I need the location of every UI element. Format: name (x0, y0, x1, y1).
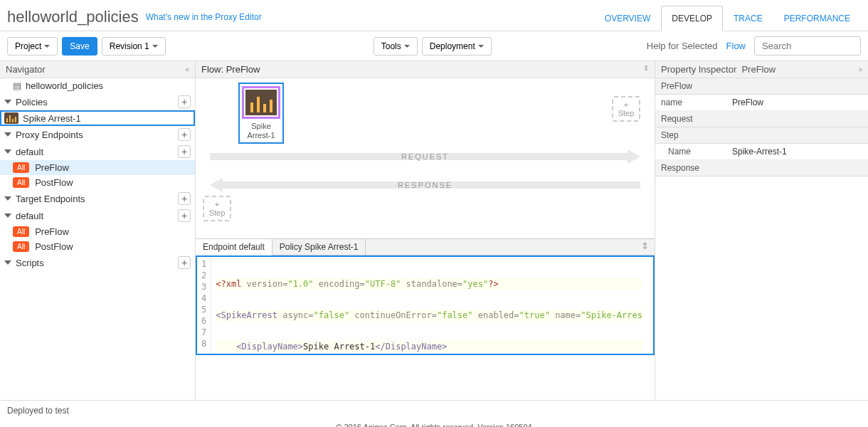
nav-target-preflow[interactable]: AllPreFlow (0, 224, 195, 239)
inspector-section-response: Response (655, 160, 868, 176)
caret-icon (478, 45, 484, 48)
all-badge: All (13, 226, 29, 237)
nav-policy-spike-arrest[interactable]: Spike Arrest-1 (0, 110, 195, 126)
expand-icon[interactable]: ⇕ (643, 64, 649, 75)
nav-proxy-postflow[interactable]: AllPostFlow (0, 175, 195, 190)
add-policy-button[interactable]: + (178, 95, 191, 108)
caret-icon (4, 260, 11, 265)
expand-icon[interactable]: » (858, 65, 862, 73)
nav-proxy-default[interactable]: default+ (0, 143, 195, 160)
inspector-header: Property Inspector PreFlow» (655, 61, 868, 78)
add-target-flow-button[interactable]: + (178, 209, 191, 222)
tools-dropdown[interactable]: Tools (374, 37, 418, 56)
caret-icon (4, 100, 11, 104)
nav-scripts[interactable]: Scripts+ (0, 254, 195, 271)
add-flow-button[interactable]: + (178, 145, 191, 158)
footer: © 2016 Apigee Corp. All rights reserved.… (0, 420, 868, 427)
project-dropdown[interactable]: Project (7, 37, 58, 56)
add-target-button[interactable]: + (178, 192, 191, 205)
main-tabs: OVERVIEW DEVELOP TRACE PERFORMANCE (594, 3, 861, 31)
flow-canvas[interactable]: Spike Arrest-1 +Step REQUEST RESPONSE +S… (196, 78, 655, 238)
caret-icon (4, 149, 11, 154)
add-request-step[interactable]: +Step (612, 96, 640, 122)
inspector-section-step: Step (655, 127, 868, 144)
tab-trace[interactable]: TRACE (723, 6, 773, 31)
nav-proxy-endpoints[interactable]: Proxy Endpoints+ (0, 126, 195, 143)
code-tabs: Endpoint default Policy Spike Arrest-1 ⇕ (196, 238, 655, 255)
caret-icon (404, 45, 410, 48)
navigator-panel: Navigator« ▤helloworld_policies Policies… (0, 61, 196, 400)
tab-performance[interactable]: PERFORMANCE (773, 6, 861, 31)
help-for-selected-value[interactable]: Flow (726, 41, 746, 51)
whats-new-link[interactable]: What's new in the Proxy Editor (146, 12, 262, 22)
inspector-section-request: Request (655, 111, 868, 127)
inspector-section-preflow: PreFlow (655, 78, 868, 95)
code-tab-policy[interactable]: Policy Spike Arrest-1 (272, 239, 366, 255)
nav-policies[interactable]: Policies+ (0, 93, 195, 110)
nav-root[interactable]: ▤helloworld_policies (0, 78, 195, 93)
request-arrow: REQUEST (210, 149, 640, 164)
flow-step-caption: Spike Arrest-1 (242, 122, 280, 140)
expand-code-icon[interactable]: ⇕ (635, 239, 655, 255)
status-bar: Deployed to test (0, 400, 868, 420)
center-panel: Flow: PreFlow⇕ Spike Arrest-1 +Step REQU… (196, 61, 655, 400)
revision-dropdown[interactable]: Revision 1 (102, 37, 166, 56)
prop-name: namePreFlow (655, 95, 868, 111)
save-button[interactable]: Save (62, 37, 97, 56)
caret-icon (152, 45, 158, 48)
toolbar: Project Save Revision 1 Tools Deployment… (0, 31, 868, 61)
property-inspector: Property Inspector PreFlow» PreFlow name… (655, 61, 868, 400)
nav-target-default[interactable]: default+ (0, 207, 195, 224)
response-arrow: RESPONSE (210, 178, 640, 192)
help-for-selected-label: Help for Selected (647, 41, 718, 51)
page-title: helloworld_policies (7, 8, 139, 26)
header-bar: helloworld_policies What's new in the Pr… (0, 0, 868, 31)
all-badge: All (13, 162, 29, 173)
prop-step-name: NameSpike-Arrest-1 (655, 144, 868, 160)
spike-arrest-icon (245, 90, 277, 115)
caret-icon (4, 196, 11, 201)
collapse-icon[interactable]: « (185, 65, 189, 73)
list-icon: ▤ (13, 80, 21, 91)
nav-target-endpoints[interactable]: Target Endpoints+ (0, 190, 195, 207)
code-gutter: 12345678 (197, 257, 211, 355)
flow-step-spike-arrest[interactable]: Spike Arrest-1 (238, 83, 284, 144)
caret-icon (4, 214, 11, 218)
spike-arrest-icon (4, 112, 18, 124)
add-script-button[interactable]: + (178, 256, 191, 269)
nav-target-postflow[interactable]: AllPostFlow (0, 239, 195, 254)
search-input[interactable] (754, 36, 861, 56)
code-editor[interactable]: 12345678 <?xml version="1.0" encoding="U… (196, 255, 655, 355)
code-content[interactable]: <?xml version="1.0" encoding="UTF-8" sta… (211, 257, 647, 355)
nav-proxy-preflow[interactable]: AllPreFlow (0, 160, 195, 175)
flow-header: Flow: PreFlow⇕ (196, 61, 655, 78)
all-badge: All (13, 241, 29, 252)
caret-icon (44, 45, 50, 48)
navigator-header: Navigator« (0, 61, 195, 78)
code-tab-endpoint[interactable]: Endpoint default (196, 239, 272, 255)
deployment-dropdown[interactable]: Deployment (422, 37, 492, 56)
caret-icon (4, 132, 11, 137)
add-endpoint-button[interactable]: + (178, 128, 191, 141)
add-response-step[interactable]: +Step (203, 196, 231, 221)
tab-develop[interactable]: DEVELOP (661, 6, 723, 31)
all-badge: All (13, 177, 29, 188)
tab-overview[interactable]: OVERVIEW (594, 6, 661, 31)
